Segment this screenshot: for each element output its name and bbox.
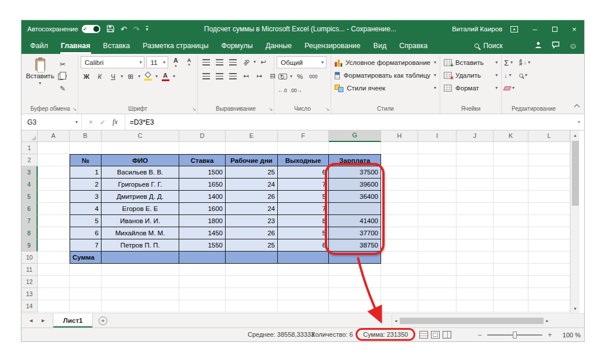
delete-cells-button[interactable]: × Удалить ▾ <box>443 69 499 82</box>
cell-G5[interactable]: 36400 <box>329 191 381 203</box>
cell-I3[interactable] <box>418 166 457 179</box>
cell-D9[interactable]: 1550 <box>179 239 226 252</box>
cell-D14[interactable] <box>179 300 226 312</box>
cell-K1[interactable] <box>494 142 528 154</box>
cell-H2[interactable] <box>381 154 418 166</box>
cell-J7[interactable] <box>457 215 494 227</box>
cell-A13[interactable] <box>38 288 70 300</box>
row-header-3[interactable]: 3 <box>21 166 38 179</box>
cut-button[interactable]: ✂ <box>55 59 70 70</box>
row-header-8[interactable]: 8 <box>21 227 38 239</box>
cell-H5[interactable] <box>381 191 418 203</box>
cell-A5[interactable] <box>38 191 70 203</box>
cell-C12[interactable] <box>102 276 179 288</box>
column-header-K[interactable]: K <box>494 130 528 142</box>
cell-F8[interactable]: 5 <box>278 227 329 239</box>
underline-dropdown-icon[interactable]: ▾ <box>121 74 123 79</box>
cell-F14[interactable] <box>278 300 329 312</box>
maximize-button[interactable] <box>545 20 564 38</box>
cell-D11[interactable] <box>179 264 226 276</box>
insert-function-icon[interactable]: fx <box>113 118 118 126</box>
align-center-button[interactable] <box>213 70 225 82</box>
cell-K10[interactable] <box>494 252 528 264</box>
row-header-1[interactable]: 1 <box>21 142 38 154</box>
cell-K13[interactable] <box>494 288 528 300</box>
cancel-icon[interactable]: × <box>89 118 93 126</box>
cell-G13[interactable] <box>329 288 381 300</box>
cell-G14[interactable] <box>329 300 381 312</box>
cell-L6[interactable] <box>528 203 570 215</box>
cell-E8[interactable]: 26 <box>226 227 278 239</box>
cell-D1[interactable] <box>179 142 226 154</box>
row-header-6[interactable]: 6 <box>21 203 38 215</box>
increase-indent-button[interactable]: ↦ <box>253 70 265 82</box>
cell-C10[interactable] <box>102 252 179 264</box>
cell-D13[interactable] <box>179 288 226 300</box>
page-layout-view-icon[interactable] <box>431 331 440 338</box>
cell-K6[interactable] <box>494 203 528 215</box>
comments-icon[interactable] <box>552 41 560 51</box>
cell-K11[interactable] <box>494 264 528 276</box>
fill-color-dropdown-icon[interactable]: ▾ <box>155 74 158 79</box>
currency-dropdown-icon[interactable]: ▾ <box>290 74 292 79</box>
cell-I10[interactable] <box>418 252 457 264</box>
cell-L11[interactable] <box>528 264 570 276</box>
tab-Формулы[interactable]: Формулы <box>215 38 259 54</box>
cell-F1[interactable] <box>278 142 329 154</box>
dialog-launcher-icon[interactable]: ↘ <box>325 107 329 112</box>
cell-E13[interactable] <box>226 288 278 300</box>
cell-J8[interactable] <box>457 227 494 239</box>
cell-K3[interactable] <box>494 166 528 179</box>
cell-F12[interactable] <box>278 276 329 288</box>
cell-H9[interactable] <box>381 239 418 252</box>
font-size-combo[interactable]: 11▾ <box>146 56 168 68</box>
cell-K9[interactable] <box>494 239 528 252</box>
align-right-button[interactable] <box>227 70 238 82</box>
sort-filter-button[interactable]: АЯ↓▾ <box>519 57 530 68</box>
cell-B10[interactable]: Сумма <box>70 252 102 264</box>
cell-G6[interactable] <box>329 203 381 215</box>
cell-B1[interactable] <box>70 142 102 154</box>
cell-E12[interactable] <box>226 276 278 288</box>
cell-B4[interactable]: 2 <box>70 179 102 191</box>
scroll-right-icon[interactable]: ► <box>545 319 549 323</box>
column-header-H[interactable]: H <box>381 130 418 142</box>
cell-K4[interactable] <box>494 179 528 191</box>
cell-C4[interactable]: Григорьев Г. Г. <box>102 179 179 191</box>
prev-sheet-icon[interactable]: ◄ <box>28 318 34 323</box>
cell-H4[interactable] <box>381 179 418 191</box>
underline-button[interactable]: Ч <box>107 71 119 82</box>
cell-H11[interactable] <box>381 264 418 276</box>
cell-E14[interactable] <box>226 300 278 312</box>
column-header-J[interactable]: J <box>457 130 494 142</box>
cell-A10[interactable] <box>38 252 70 264</box>
tab-Разметка страницы[interactable]: Разметка страницы <box>136 38 215 54</box>
feedback-smiley-icon[interactable]: ☺ <box>569 42 577 50</box>
cell-J2[interactable] <box>457 154 494 166</box>
column-header-B[interactable]: B <box>70 130 102 142</box>
cell-C6[interactable]: Егоров Е. Е <box>102 203 179 215</box>
cell-F5[interactable]: 5 <box>278 191 329 203</box>
cell-J10[interactable] <box>457 252 494 264</box>
tab-Файл[interactable]: Файл <box>24 38 55 54</box>
cell-D5[interactable]: 1400 <box>179 191 226 203</box>
cell-J1[interactable] <box>457 142 494 154</box>
font-name-combo[interactable]: Calibri▾ <box>81 56 144 68</box>
enter-icon[interactable]: ✓ <box>100 118 106 126</box>
cell-G7[interactable]: 41400 <box>329 215 381 227</box>
cell-B8[interactable]: 6 <box>70 227 102 239</box>
cell-I8[interactable] <box>418 227 457 239</box>
cell-C2[interactable]: ФИО <box>102 154 179 166</box>
cell-A8[interactable] <box>38 227 70 239</box>
cell-E3[interactable]: 25 <box>226 166 278 179</box>
cell-H10[interactable] <box>381 252 418 264</box>
cell-A4[interactable] <box>38 179 70 191</box>
row-header-2[interactable]: 2 <box>21 154 38 166</box>
cell-I13[interactable] <box>418 288 457 300</box>
thousands-separator-button[interactable]: 000 <box>307 71 319 82</box>
tab-Рецензирование[interactable]: Рецензирование <box>298 38 367 54</box>
cell-B11[interactable] <box>70 264 102 276</box>
cell-G11[interactable] <box>329 264 381 276</box>
cell-H14[interactable] <box>381 300 418 312</box>
cell-G4[interactable]: 39600 <box>329 179 381 191</box>
